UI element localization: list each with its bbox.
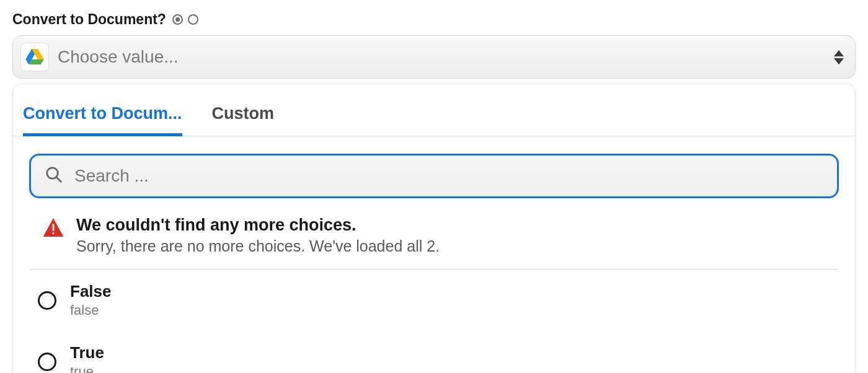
notice-subtitle: Sorry, there are no more choices. We've … bbox=[76, 237, 440, 255]
svg-rect-12 bbox=[53, 232, 55, 234]
svg-marker-6 bbox=[834, 50, 844, 56]
search-input[interactable] bbox=[74, 166, 823, 186]
svg-line-9 bbox=[56, 177, 61, 182]
no-more-choices-notice: We couldn't find any more choices. Sorry… bbox=[13, 198, 855, 269]
field-label-row: Convert to Document? bbox=[12, 11, 856, 28]
radio-icon bbox=[38, 353, 56, 371]
label-radio-group bbox=[172, 14, 198, 25]
select-placeholder: Choose value... bbox=[58, 47, 825, 67]
field-label: Convert to Document? bbox=[12, 11, 166, 28]
tabs-row: Convert to Docum... Custom bbox=[13, 84, 855, 136]
option-false[interactable]: False false bbox=[13, 270, 855, 331]
svg-marker-7 bbox=[834, 58, 844, 64]
option-value: false bbox=[70, 302, 112, 318]
option-true[interactable]: True true bbox=[13, 331, 855, 373]
search-input-wrap[interactable] bbox=[29, 154, 839, 198]
select-stepper-icon bbox=[834, 50, 844, 64]
notice-title: We couldn't find any more choices. bbox=[76, 216, 440, 235]
search-icon bbox=[45, 165, 63, 186]
value-select[interactable]: Choose value... bbox=[12, 35, 856, 79]
dropdown-panel: Convert to Docum... Custom bbox=[12, 84, 856, 373]
label-radio-unselected[interactable] bbox=[188, 14, 198, 25]
option-value: true bbox=[70, 364, 104, 373]
label-radio-selected[interactable] bbox=[172, 14, 183, 25]
option-label: False bbox=[70, 282, 112, 301]
option-label: True bbox=[70, 343, 104, 362]
radio-icon bbox=[38, 291, 56, 310]
svg-rect-11 bbox=[53, 224, 55, 231]
tab-custom[interactable]: Custom bbox=[212, 104, 275, 136]
google-drive-icon bbox=[20, 43, 49, 71]
tab-convert-to-document[interactable]: Convert to Docum... bbox=[23, 104, 182, 136]
alert-icon bbox=[43, 218, 64, 239]
